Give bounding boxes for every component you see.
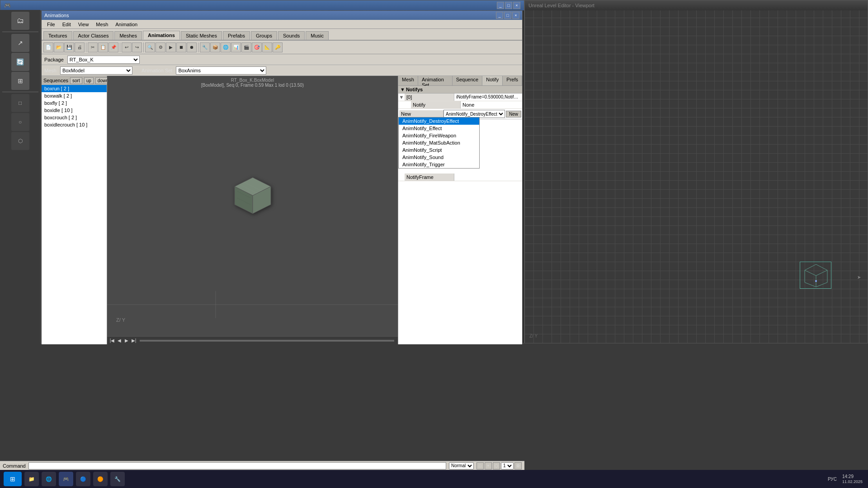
menu-edit[interactable]: Edit (59, 21, 75, 28)
start-button[interactable]: ⊞ (4, 472, 22, 486)
menu-animation[interactable]: Animation (112, 21, 141, 28)
new-notify-button[interactable]: New (506, 111, 521, 117)
play-start-button[interactable]: |◀ (109, 338, 115, 344)
left-tb-move[interactable]: ↗ (11, 34, 29, 52)
dd-item-2[interactable]: AnimNotify_FireWeapon (399, 132, 479, 139)
tb-btn9[interactable]: ↪ (132, 42, 142, 52)
tab-static-meshes[interactable]: Static Meshes (181, 31, 222, 40)
tb-btn20[interactable]: 🎯 (252, 42, 262, 52)
menu-view[interactable]: View (75, 21, 93, 28)
command-input[interactable] (28, 462, 446, 469)
props-tab-mesh[interactable]: Mesh (398, 76, 418, 85)
tb-btn8[interactable]: ↩ (122, 42, 132, 52)
taskbar-file-explorer[interactable]: 📁 (24, 472, 39, 486)
seq-item-5[interactable]: boxidlecrouch [ 10 ] (42, 121, 107, 128)
tb-btn16[interactable]: 📦 (210, 42, 220, 52)
taskbar-app1[interactable]: 🟠 (93, 472, 108, 486)
tb-btn18[interactable]: 📊 (231, 42, 241, 52)
tb-btn12[interactable]: ▶ (166, 42, 176, 52)
props-tab-notify[interactable]: Notify (482, 76, 503, 85)
tab-animations[interactable]: Animations (143, 31, 180, 40)
sub-minimize-button[interactable]: _ (496, 12, 503, 19)
dd-item-6[interactable]: AnimNotify_Trigger (399, 161, 479, 168)
left-tb-rotate[interactable]: 🔄 (11, 53, 29, 71)
seq-item-3[interactable]: boxidle [ 10 ] (42, 107, 107, 114)
tb-btn11[interactable]: ⚙ (156, 42, 165, 52)
animation-set-select[interactable]: BoxAnims (176, 66, 266, 75)
left-tb-sphere[interactable]: ○ (11, 113, 29, 131)
notify-frame-value[interactable] (454, 174, 522, 181)
command-mode-select[interactable]: Normal (449, 462, 474, 469)
tb-new[interactable]: 📄 (43, 42, 53, 52)
sub-maximize-button[interactable]: □ (504, 12, 511, 19)
left-tb-textures[interactable]: 🗂 (11, 12, 29, 30)
menu-mesh[interactable]: Mesh (92, 21, 112, 28)
tb-btn22[interactable]: 🔑 (273, 42, 283, 52)
sort-button[interactable]: sort (70, 77, 82, 84)
dd-item-0[interactable]: AnimNotify_DestroyEffect (399, 117, 479, 125)
tb-btn10[interactable]: 🔍 (145, 42, 155, 52)
notifys-expand-icon[interactable]: ▼ (400, 87, 405, 92)
props-tab-sequence[interactable]: Sequence (453, 76, 483, 85)
tb-btn15[interactable]: 🔧 (200, 42, 210, 52)
cmd-zoom-select[interactable]: 1 (501, 462, 514, 469)
notify-index-expand[interactable]: ▼ (398, 94, 405, 101)
tab-textures[interactable]: Textures (43, 31, 72, 40)
tb-btn6[interactable]: 📋 (98, 42, 108, 52)
tb-btn5[interactable]: ✂ (88, 42, 98, 52)
tab-actor-classes[interactable]: Actor Classes (73, 31, 114, 40)
tb-save[interactable]: 💾 (64, 42, 74, 52)
play-end-button[interactable]: ▶| (131, 338, 137, 344)
seq-item-0[interactable]: boxrun [ 2 ] (42, 85, 107, 92)
seq-item-2[interactable]: boxfly [ 2 ] (42, 99, 107, 107)
taskbar-browser[interactable]: 🌐 (42, 472, 56, 486)
play-reverse-button[interactable]: ◀ (116, 338, 123, 344)
tab-music[interactable]: Music (306, 31, 329, 40)
maximize-button[interactable]: □ (505, 2, 512, 9)
dd-item-4[interactable]: AnimNotify_Script (399, 146, 479, 154)
props-tab-animset[interactable]: Animation Set (418, 76, 453, 85)
dd-item-5[interactable]: AnimNotify_Sound (399, 154, 479, 161)
seq-item-1[interactable]: boxwalk [ 2 ] (42, 92, 107, 99)
tb-btn17[interactable]: 🌐 (221, 42, 231, 52)
seq-item-4[interactable]: boxcrouch [ 2 ] (42, 114, 107, 121)
menu-file[interactable]: File (43, 21, 59, 28)
up-button[interactable]: up (84, 77, 94, 84)
tb-open[interactable]: 📂 (54, 42, 64, 52)
editor-grid[interactable]: ➤ Z/ Y (525, 10, 868, 343)
minimize-button[interactable]: _ (497, 2, 504, 9)
notify-value[interactable]: None (461, 101, 522, 108)
tab-prefabs[interactable]: Prefabs (223, 31, 250, 40)
dd-item-3[interactable]: AnimNotify_MatSubAction (399, 139, 479, 146)
tb-btn19[interactable]: 🎬 (241, 42, 251, 52)
cmd-btn1[interactable]: □ (476, 462, 484, 469)
tab-sounds[interactable]: Sounds (278, 31, 305, 40)
cmd-btn3[interactable]: ⬡ (493, 462, 500, 469)
playback-slider[interactable] (140, 340, 394, 342)
package-select[interactable]: RT_Box_K (67, 56, 140, 64)
tb-btn21[interactable]: 📐 (262, 42, 272, 52)
taskbar-app2[interactable]: 🔧 (110, 472, 125, 486)
close-button[interactable]: × (513, 2, 520, 9)
taskbar-ue[interactable]: 🎮 (59, 472, 73, 486)
mesh-select[interactable]: BoxModel (60, 66, 132, 75)
tab-groups[interactable]: Groups (251, 31, 277, 40)
tb-btn14[interactable]: ⏺ (187, 42, 197, 52)
play-button[interactable]: ▶ (123, 338, 130, 344)
tb-btn13[interactable]: ⏹ (176, 42, 186, 52)
tb-btn7[interactable]: 📌 (108, 42, 118, 52)
cmd-btn4[interactable]: ⚙ (514, 462, 522, 469)
tb-btn4[interactable]: 🖨 (75, 42, 85, 52)
cmd-btn2[interactable]: + (485, 462, 492, 469)
left-tb-cylinder[interactable]: ⬡ (11, 132, 29, 150)
notify-dropdown: AnimNotify_DestroyEffect AnimNotify_Effe… (398, 117, 480, 169)
dd-item-1[interactable]: AnimNotify_Effect (399, 125, 479, 132)
taskbar-chrome[interactable]: 🔵 (76, 472, 90, 486)
left-tb-box[interactable]: □ (11, 94, 29, 112)
viewport[interactable]: RT_Box_K.BoxModel [BoxModel], Seq 0, Fra… (107, 76, 398, 336)
tab-meshes[interactable]: Meshes (114, 31, 142, 40)
sub-close-button[interactable]: × (512, 12, 519, 19)
tb-sep1 (86, 42, 86, 52)
props-tab-prefs[interactable]: Prefs (503, 76, 522, 85)
left-tb-scale[interactable]: ⊞ (11, 72, 29, 90)
